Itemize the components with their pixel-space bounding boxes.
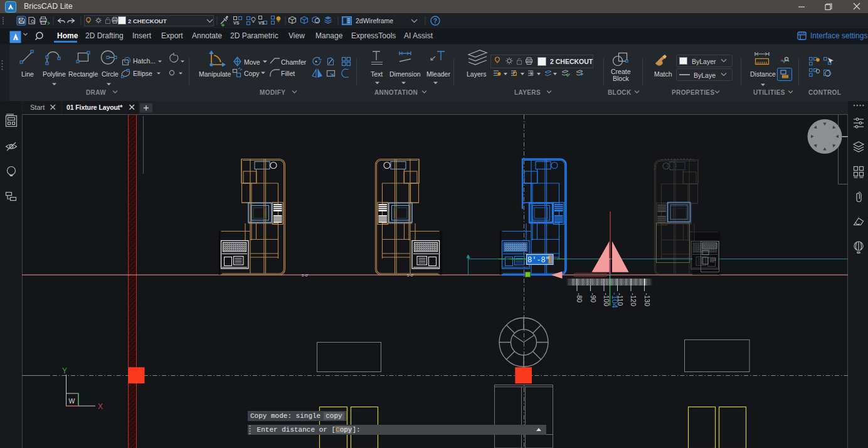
svg-text:PROPERTIES: PROPERTIES [672,89,714,96]
svg-text:W: W [69,397,75,405]
svg-text:VS: VS [258,21,265,25]
svg-text:Layers: Layers [467,70,487,78]
svg-text:Fillet: Fillet [281,70,295,77]
svg-text:MODIFY: MODIFY [260,89,285,96]
svg-text:5'-0": 5'-0" [407,274,414,277]
svg-text:Polyline: Polyline [43,70,66,78]
svg-text:2 CHECKOUT: 2 CHECKOUT [128,18,167,24]
svg-text:BLOCK: BLOCK [608,89,632,96]
svg-text:-90: -90 [590,293,597,302]
svg-text:Ellipse: Ellipse [133,70,152,77]
svg-text:-80: -80 [576,293,583,302]
svg-text:Chamfer: Chamfer [281,58,307,66]
svg-text:Dimension: Dimension [389,70,421,78]
svg-text:-104: -104 [610,292,619,308]
svg-text:01 Fixture Layout*: 01 Fixture Layout* [66,104,123,111]
svg-text:Match: Match [654,70,672,78]
svg-text:2dWireframe: 2dWireframe [356,17,393,24]
svg-text:-120: -120 [630,293,637,306]
svg-text:DRAW: DRAW [86,89,106,96]
svg-text:8'-8": 8'-8" [527,256,550,265]
svg-text:-130: -130 [643,293,651,306]
svg-text:CONTROL: CONTROL [808,89,841,96]
svg-text:Start: Start [30,104,45,111]
svg-text:UTILITIES: UTILITIES [753,89,785,96]
svg-text:Copy: Copy [244,70,260,77]
svg-text:Move: Move [244,58,260,66]
svg-text:Rectangle: Rectangle [68,70,98,78]
svg-text:ANNOTATION: ANNOTATION [374,89,418,96]
svg-text:-100: -100 [603,293,610,306]
svg-text:Circle: Circle [102,70,119,78]
svg-text:ByLaye: ByLaye [694,72,716,79]
svg-text:Hatch...: Hatch... [133,57,156,65]
svg-text:5'-0": 5'-0" [302,274,309,277]
svg-text:X: X [98,402,103,411]
svg-text:Distance: Distance [750,70,776,78]
svg-text:?: ? [433,18,437,24]
svg-text:VS: VS [233,21,240,25]
svg-text:LAYERS: LAYERS [514,89,541,96]
svg-text:Mleader: Mleader [426,70,450,78]
svg-text:ByLayer: ByLayer [692,58,716,65]
svg-text:Line: Line [21,70,34,78]
svg-text:Y: Y [62,366,67,375]
svg-text:Text: Text [371,70,383,78]
svg-text:Block: Block [613,75,629,82]
svg-text:2 CHECKOUT: 2 CHECKOUT [550,58,593,65]
svg-text:Manipulate: Manipulate [199,70,231,78]
